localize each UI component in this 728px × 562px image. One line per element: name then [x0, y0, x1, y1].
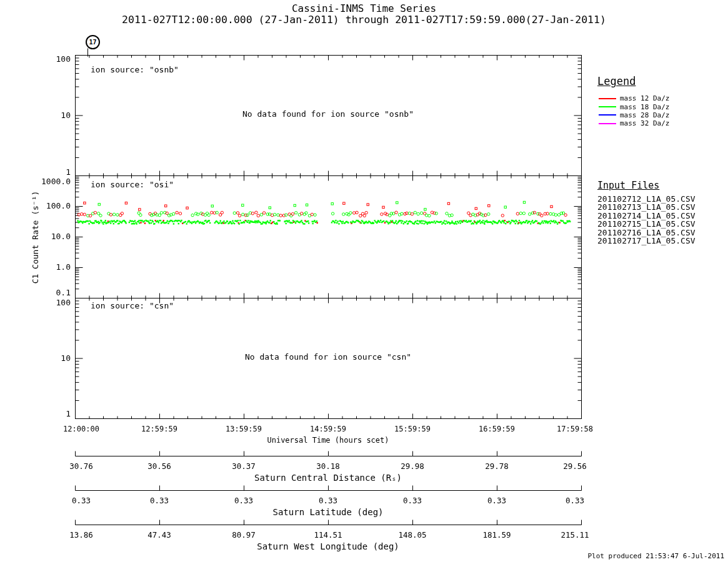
y-tick-label: 10: [17, 111, 71, 120]
legend-item: mass 18 Da/z: [599, 102, 669, 111]
axis-value: 13.86: [56, 530, 106, 540]
input-files-list: 201102712_L1A_05.CSV 201102713_L1A_05.CS…: [597, 195, 696, 245]
y-tick-label: 10.0: [17, 232, 71, 241]
axis-value: 0.33: [303, 496, 353, 505]
panel-osnb-no-data-message: No data found for ion source "osnb": [75, 109, 581, 119]
plot-produced-timestamp: Plot produced 21:53:47 6-Jul-2011: [587, 552, 724, 560]
y-tick-label: 100: [17, 54, 71, 64]
y-tick-label: 1000.0: [17, 177, 71, 186]
input-file: 201102715_L1A_05.CSV: [597, 220, 696, 228]
axis-value: 0.33: [550, 496, 600, 505]
orbit-number: 17: [89, 39, 96, 46]
saturn-latitude-axis-title: Saturn Latitude (deg): [75, 507, 581, 517]
y-tick-label: 1: [17, 167, 71, 177]
orbit-marker: 17: [86, 35, 100, 49]
axis-value: 0.33: [56, 496, 106, 505]
axis-value: 30.76: [56, 461, 106, 471]
x-tick-label: 13:59:59: [219, 425, 269, 433]
axis-value: 80.97: [219, 530, 269, 540]
legend-line-mass-18: [599, 106, 616, 107]
legend-line-mass-12: [599, 98, 616, 99]
input-files-title: Input Files: [597, 180, 659, 191]
y-tick-label: 1.0: [17, 262, 71, 272]
x-tick-label: 17:59:58: [550, 425, 600, 433]
input-file: 201102716_L1A_05.CSV: [597, 229, 696, 237]
axis-value: 47.43: [134, 530, 184, 540]
legend-title: Legend: [597, 75, 636, 87]
axis-value: 30.56: [134, 461, 184, 471]
x-tick-label: 12:00:00: [56, 425, 106, 433]
axis-value: 0.33: [387, 496, 437, 505]
axis-value: 114.51: [303, 530, 353, 540]
axis-value: 148.05: [387, 530, 437, 540]
legend-item: mass 12 Da/z: [599, 94, 669, 102]
input-file: 201102717_L1A_05.CSV: [597, 237, 696, 245]
axis-value: 0.33: [219, 496, 269, 505]
x-tick-label: 16:59:59: [472, 425, 522, 433]
input-file: 201102714_L1A_05.CSV: [597, 212, 696, 220]
legend-label: mass 28 Da/z: [620, 111, 669, 119]
x-tick-label: 15:59:59: [387, 425, 437, 433]
axis-value: 30.18: [303, 461, 353, 471]
x-tick-label: 14:59:59: [303, 425, 353, 433]
x-tick-label: 12:59:59: [134, 425, 184, 433]
cassini-inms-time-series-plot: Cassini-INMS Time Series 2011-027T12:00:…: [0, 0, 728, 562]
legend-line-mass-32: [599, 123, 616, 124]
axis-value: 29.98: [387, 461, 437, 471]
input-file: 201102713_L1A_05.CSV: [597, 203, 696, 211]
y-tick-label: 100: [17, 298, 71, 307]
panel-csn-label: ion source: "csn": [91, 301, 174, 310]
saturn-central-distance-axis-title: Saturn Central Distance (Rₛ): [75, 473, 581, 483]
input-file: 201102712_L1A_05.CSV: [597, 195, 696, 203]
legend: mass 12 Da/z mass 18 Da/z mass 28 Da/z m…: [599, 94, 669, 128]
y-tick-label: 100.0: [17, 201, 71, 210]
axis-value: 0.33: [472, 496, 522, 505]
page-title: Cassini-INMS Time Series: [0, 2, 728, 14]
legend-item: mass 32 Da/z: [599, 119, 669, 127]
axis-value: 181.59: [472, 530, 522, 540]
axis-value: 29.56: [550, 461, 600, 471]
panel-osnb-label: ion source: "osnb": [91, 65, 179, 74]
panel-osi-label: ion source: "osi": [91, 180, 174, 189]
axis-value: 0.33: [134, 496, 184, 505]
legend-label: mass 12 Da/z: [620, 94, 669, 102]
saturn-west-longitude-axis-title: Saturn West Longitude (deg): [75, 541, 581, 551]
y-tick-label: 10: [17, 353, 71, 363]
page-subtitle: 2011-027T12:00:00.000 (27-Jan-2011) thro…: [0, 14, 728, 26]
legend-item: mass 28 Da/z: [599, 111, 669, 119]
axis-value: 29.78: [472, 461, 522, 471]
legend-label: mass 32 Da/z: [620, 119, 669, 127]
axis-value: 30.37: [219, 461, 269, 471]
y-tick-label: 1: [17, 409, 71, 418]
legend-label: mass 18 Da/z: [620, 103, 669, 111]
legend-line-mass-28: [599, 114, 616, 116]
y-axis-title: C1 Count Rate (s⁻¹): [31, 191, 40, 284]
y-tick-label: 0.1: [17, 288, 71, 297]
panel-csn-no-data-message: No data found for ion source "csn": [75, 352, 581, 362]
x-axis-title: Universal Time (hours scet): [75, 436, 581, 445]
axis-value: 215.11: [550, 530, 600, 540]
